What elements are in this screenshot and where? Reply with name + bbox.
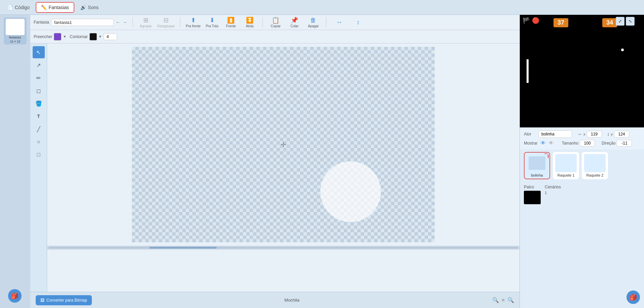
tool-line[interactable]: ╱ <box>33 123 45 135</box>
pra-frente-btn[interactable]: ⬆ Pra frente <box>186 17 201 28</box>
redo-btn[interactable]: → <box>122 20 127 25</box>
tool-select2[interactable]: ↗ <box>33 59 45 71</box>
tab-sons[interactable]: 🔊 Sons <box>76 3 103 12</box>
tool-pencil[interactable]: ✏ <box>33 72 45 84</box>
sprite-thumb-dims: 11 × 12 <box>10 40 20 43</box>
undo-btn[interactable]: ← <box>116 20 120 25</box>
tool-fill[interactable]: 🪣 <box>33 97 45 110</box>
direcao-input[interactable] <box>617 140 632 147</box>
fantasia-label: Fantasia <box>34 20 49 25</box>
flip-v-btn[interactable]: ↕ <box>351 19 365 26</box>
y-coord-icon: ↕ <box>607 131 610 137</box>
bottom-area-right: Ator ↔ x ↕ y Mo <box>520 127 644 308</box>
frente-btn[interactable]: ⏫ Frente <box>223 17 238 28</box>
sprite-list: 🗑 bolinha Raquete 1 Raquete 2 <box>520 149 644 182</box>
zoom-in-btn[interactable]: 🔍 <box>507 297 514 303</box>
scrollbar-track[interactable] <box>48 247 518 249</box>
fill-color-swatch[interactable] <box>54 33 61 40</box>
contornar-label: Contornar <box>70 34 87 39</box>
pra-frente-label: Pra frente <box>186 24 201 28</box>
stroke-color-swatch[interactable] <box>90 33 97 40</box>
pra-frente-icon: ⬆ <box>191 17 196 24</box>
colar-btn[interactable]: 📌 Colar <box>287 17 302 28</box>
cenarios-label: Cenários <box>545 185 561 189</box>
backpack-btn-right[interactable]: 🎒 <box>627 290 640 304</box>
canvas-drawing-area: ↖ ↗ ✏ ◻ 🪣 T ╱ ○ □ ✛ <box>30 43 520 292</box>
agrupar-icon: ⊞ <box>143 17 148 24</box>
tamanho-input[interactable] <box>580 140 595 147</box>
zoom-fit-btn[interactable]: = <box>502 297 505 303</box>
y-label: y <box>611 132 613 136</box>
pra-tras-label: Pra Trás <box>206 24 218 28</box>
stroke-dropdown-arrow[interactable]: ▼ <box>99 35 102 38</box>
sprite-thumb[interactable]: fantasia1 11 × 12 <box>4 18 27 44</box>
convert-btn[interactable]: 🖼 Converter para Bitmap <box>36 295 92 305</box>
convert-icon: 🖼 <box>40 298 44 303</box>
pra-tras-icon: ⬇ <box>210 17 215 24</box>
palco-box[interactable] <box>524 191 541 204</box>
x-coord-icon: ↔ <box>577 131 582 137</box>
pra-tras-btn[interactable]: ⬇ Pra Trás <box>205 17 219 28</box>
dir-group: Direção <box>602 140 632 147</box>
fantasia-name-input[interactable] <box>51 19 114 26</box>
tool-eraser[interactable]: ◻ <box>33 85 45 97</box>
y-coord-group: ↕ y <box>607 131 630 137</box>
flip-h-btn[interactable]: ↔ <box>332 19 347 26</box>
tool-ellipse[interactable]: ○ <box>33 136 45 148</box>
tamanho-label: Tamanho <box>562 141 578 146</box>
tab-fantasias[interactable]: ✏️ Fantasias <box>36 2 74 13</box>
copiar-label: Copiar <box>271 24 281 28</box>
tab-sons-label: Sons <box>88 5 99 10</box>
tool-select[interactable]: ↖ <box>33 46 45 58</box>
flag-red[interactable]: 🔴 <box>532 17 539 24</box>
fill-dropdown-arrow[interactable]: ▼ <box>63 35 66 38</box>
fantasias-icon: ✏️ <box>41 5 47 10</box>
eye-hidden-btn[interactable]: 👁 <box>548 140 554 146</box>
desagrupar-icon: ⊟ <box>164 17 169 24</box>
apagar-btn[interactable]: 🗑 Apagar <box>306 17 321 28</box>
atras-icon: ⏬ <box>246 17 253 24</box>
x-label: x <box>583 132 585 136</box>
actor-name-input[interactable] <box>538 130 572 138</box>
agrupar-btn[interactable]: ⊞ Agrupar <box>138 17 153 28</box>
sprite-card-bolinha[interactable]: 🗑 bolinha <box>524 152 550 179</box>
stroke-width-input[interactable] <box>104 33 117 40</box>
backpack-btn-left[interactable]: 🎒 <box>8 289 22 303</box>
tab-codigo[interactable]: 📄 Código <box>3 3 34 12</box>
desagrupar-btn[interactable]: ⊟ Desagrupar <box>157 17 175 28</box>
sprite-label-bolinha: bolinha <box>531 173 543 177</box>
actor-label: Ator <box>524 132 536 136</box>
expand-btn2[interactable]: ⤡ <box>626 17 635 26</box>
sprite-card-raquete1[interactable]: Raquete 1 <box>553 152 579 179</box>
y-input[interactable] <box>614 131 629 137</box>
x-input[interactable] <box>587 131 602 137</box>
tool-rect[interactable]: □ <box>33 149 45 161</box>
cenarios-group: Cenários 1 <box>545 185 561 195</box>
canvas-crosshair: ✛ <box>281 141 286 149</box>
apagar-icon: 🗑 <box>310 17 316 24</box>
stage-wrapper: 🏴 🔴 37 34 ⤢ ⤡ <box>520 15 644 127</box>
codigo-icon: 📄 <box>7 5 13 10</box>
flag-area: 🏴 🔴 <box>523 17 539 24</box>
sprite-card-raquete2[interactable]: Raquete 2 <box>582 152 608 179</box>
canvas-circle <box>320 161 381 222</box>
x-coord-group: ↔ x <box>577 131 602 137</box>
eye-visible-btn[interactable]: 👁 <box>540 140 546 146</box>
mostrar-label: Mostrar <box>524 141 538 146</box>
fantasia-name-group: Fantasia ← → <box>34 19 127 26</box>
tool-text[interactable]: T <box>33 110 45 122</box>
copiar-btn[interactable]: 📋 Copiar <box>268 17 283 28</box>
zoom-out-btn[interactable]: 🔍 <box>492 297 499 303</box>
size-group: Tamanho <box>562 140 595 147</box>
agrupar-label: Agrupar <box>140 24 152 28</box>
canvas-container[interactable]: ✛ <box>47 43 520 292</box>
atras-btn[interactable]: ⏬ Atrás <box>242 17 257 28</box>
palco-label: Palco <box>524 185 541 189</box>
expand-btn1[interactable]: ⤢ <box>616 17 624 26</box>
scrollbar-thumb[interactable] <box>149 247 217 249</box>
tab-fantasias-label: Fantasias <box>48 5 69 10</box>
secondary-toolbar: Preencher ▼ Contornar ▼ <box>30 30 520 43</box>
flag-green[interactable]: 🏴 <box>523 17 530 24</box>
stage-scenario-panel: Palco Cenários 1 <box>520 182 644 207</box>
sep2 <box>180 17 180 27</box>
